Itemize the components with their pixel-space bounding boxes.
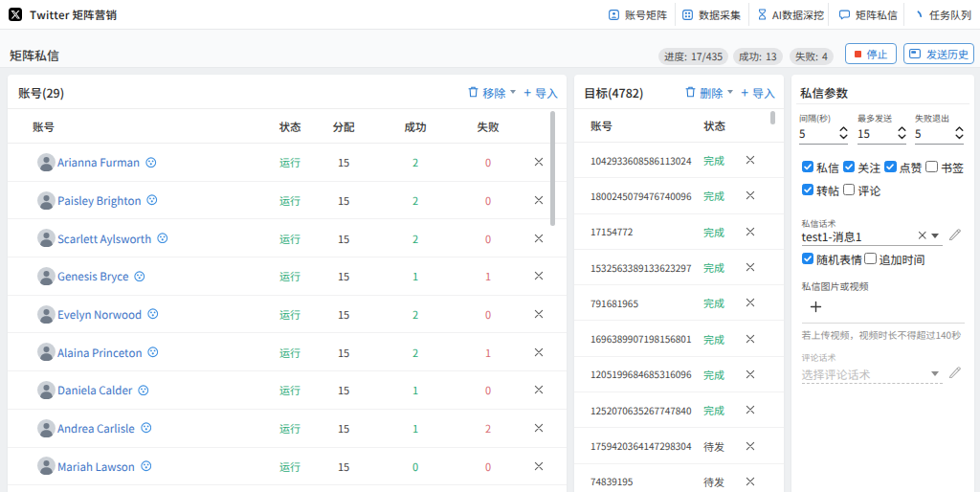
action-checkbox[interactable]: 书签	[925, 155, 967, 178]
account-row: Scarlett Aylsworth Scarlett Aylsworth 运行…	[8, 219, 567, 257]
remove-target-row-button[interactable]	[743, 392, 758, 427]
targets-scrollbar[interactable]	[770, 111, 775, 124]
comment-script-select[interactable]: 选择评论话术	[802, 366, 871, 382]
remove-account-row-button[interactable]	[531, 144, 546, 181]
browser-badge-icon[interactable]	[145, 157, 157, 168]
browser-badge-icon[interactable]	[138, 385, 149, 396]
remove-account-row-button[interactable]	[531, 333, 546, 370]
browser-badge-icon[interactable]	[134, 271, 145, 282]
accounts-table-body: Arianna Furman Arianna Furman 运行 15 2 0	[8, 144, 567, 492]
nav-label: 数据采集	[699, 7, 741, 22]
remove-target-row-button[interactable]	[743, 143, 758, 177]
remove-account-row-button[interactable]	[531, 257, 546, 295]
account-status: 运行	[279, 371, 301, 409]
account-fail: 0	[485, 371, 491, 409]
remove-account-row-button[interactable]	[531, 182, 546, 219]
max-send-stepper[interactable]	[898, 124, 906, 142]
remove-target-row-button[interactable]	[743, 178, 758, 212]
stop-button[interactable]: 停止	[845, 43, 897, 64]
input-underline	[858, 144, 906, 145]
action-checkbox[interactable]: 评论	[843, 178, 884, 201]
remove-accounts-button[interactable]: 移除	[468, 84, 516, 101]
account-success: 1	[412, 257, 418, 295]
checkbox-icon[interactable]	[884, 161, 897, 173]
caret-down-icon[interactable]	[727, 90, 733, 94]
edit-dm-script-icon[interactable]	[947, 227, 962, 241]
remove-account-row-button[interactable]	[531, 296, 546, 333]
target-status: 完成	[703, 392, 724, 427]
checkbox-icon[interactable]	[802, 184, 814, 196]
col-account: 账号	[590, 109, 612, 142]
browser-badge-icon[interactable]	[157, 233, 168, 244]
nav-separator	[675, 3, 676, 26]
remove-target-row-button[interactable]	[743, 464, 758, 492]
account-fail: 0	[485, 219, 491, 257]
browser-badge-icon[interactable]	[141, 422, 152, 434]
nav-matrix-dm[interactable]: 矩阵私信	[839, 0, 898, 29]
interval-input[interactable]	[799, 125, 834, 141]
dm-script-select[interactable]: test1-消息1	[802, 228, 862, 244]
browser-badge-icon[interactable]	[147, 308, 159, 320]
nav-account-matrix[interactable]: 账号矩阵	[609, 0, 667, 29]
remove-target-row-button[interactable]	[743, 428, 758, 462]
nav-data-collection[interactable]: 数据采集	[682, 0, 741, 29]
max-send-input[interactable]	[858, 125, 892, 141]
account-status: 运行	[279, 410, 301, 447]
import-targets-button[interactable]: + 导入	[741, 84, 775, 101]
upload-media-button[interactable]	[809, 300, 822, 313]
checkbox-icon[interactable]	[925, 161, 938, 173]
targets-header: 目标(4782) 删除 + 导入	[574, 75, 784, 109]
targets-table-header: 账号 状态	[574, 109, 784, 143]
remove-target-row-button[interactable]	[743, 214, 758, 249]
action-checkbox[interactable]: 关注	[843, 155, 884, 178]
browser-badge-icon[interactable]	[141, 460, 152, 472]
remove-account-row-button[interactable]	[531, 448, 546, 485]
select-caret-icon[interactable]	[931, 234, 939, 238]
edit-comment-script-icon[interactable]	[947, 365, 962, 379]
checkbox-icon[interactable]	[843, 161, 856, 173]
fail-exit-input[interactable]	[915, 125, 949, 141]
checkbox-icon[interactable]	[802, 161, 814, 173]
app-title: Twitter 矩阵营销	[30, 0, 117, 29]
checkbox-label: 评论	[858, 182, 880, 198]
account-assigned: 15	[338, 219, 349, 257]
account-badge-holder: Genesis Bryce	[8, 257, 145, 295]
checkbox-label: 关注	[858, 159, 880, 175]
caret-down-icon[interactable]	[510, 90, 516, 94]
action-checkboxes: 私信 关注 点赞 书签 转帖	[802, 155, 969, 201]
option-checkbox[interactable]: 随机表情	[802, 247, 865, 270]
nav-task-queue[interactable]: 任务队列	[917, 0, 971, 29]
remove-target-row-button[interactable]	[743, 250, 758, 284]
hourglass-icon	[758, 9, 767, 20]
nav-ai-mining[interactable]: AI数据深挖	[758, 0, 824, 29]
checkbox-icon[interactable]	[864, 253, 877, 265]
checkbox-icon[interactable]	[843, 184, 856, 196]
action-checkbox[interactable]: 点赞	[884, 155, 925, 178]
delete-targets-button[interactable]: 删除	[685, 84, 733, 101]
browser-badge-icon[interactable]	[147, 347, 159, 358]
remove-account-row-button[interactable]	[531, 219, 546, 257]
interval-field: 间隔(秒)	[799, 103, 848, 145]
account-assigned: 15	[338, 333, 349, 370]
checkbox-icon[interactable]	[802, 253, 814, 265]
remove-target-row-button[interactable]	[743, 321, 758, 355]
remove-target-row-button[interactable]	[743, 357, 758, 391]
interval-stepper[interactable]	[839, 124, 848, 142]
action-checkbox[interactable]: 转帖	[802, 178, 843, 201]
action-checkbox[interactable]: 私信	[802, 155, 843, 178]
target-id: 1042933608586113024	[590, 143, 691, 177]
account-badge-holder: Daniela Calder	[8, 371, 149, 409]
accounts-header: 账号(29) 移除 + 导入	[8, 75, 567, 109]
option-checkbox[interactable]: 追加时间	[864, 247, 927, 270]
remove-account-row-button[interactable]	[531, 410, 546, 447]
remove-account-row-button[interactable]	[531, 371, 546, 409]
upload-underline	[802, 323, 965, 324]
import-accounts-button[interactable]: + 导入	[523, 84, 558, 101]
fail-exit-stepper[interactable]	[955, 124, 964, 142]
accounts-scrollbar[interactable]	[550, 111, 555, 226]
remove-target-row-button[interactable]	[743, 285, 758, 320]
comment-select-underline	[802, 383, 944, 384]
send-history-button[interactable]: 发送历史	[903, 43, 974, 64]
clear-icon[interactable]	[917, 230, 927, 240]
browser-badge-icon[interactable]	[146, 194, 158, 206]
